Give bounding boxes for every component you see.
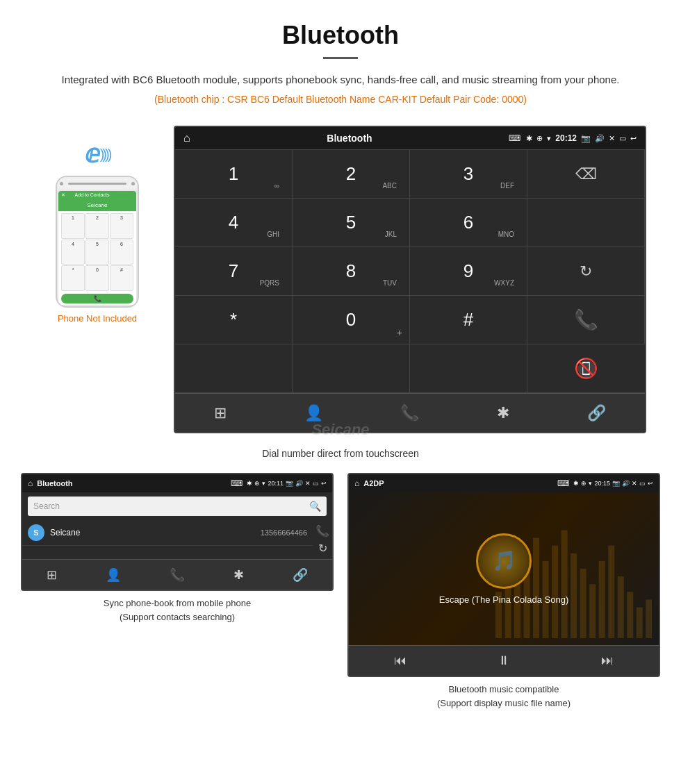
pb-search-icon[interactable]: 🔍 bbox=[309, 501, 321, 512]
close-icon[interactable]: ✕ bbox=[609, 134, 615, 143]
dial-empty-1 bbox=[527, 199, 645, 247]
pb-nav-link[interactable]: 🔗 bbox=[293, 567, 308, 583]
dial-empty-2 bbox=[175, 344, 293, 393]
music-card: ⌂ A2DP ⌨ ✱ ⊕ ▾ 20:15 📷 🔊 ✕ ▭ ↩ bbox=[347, 473, 660, 710]
pb-content: S Seicane 13566664466 📞 ↻ bbox=[22, 520, 332, 559]
phone-key-2: 2 bbox=[85, 213, 109, 239]
dial-key-star[interactable]: * bbox=[175, 296, 293, 344]
music-cam-icon: 📷 bbox=[612, 480, 620, 487]
usb-icon: ⌨ bbox=[509, 133, 520, 143]
phone-screen-header: ✕ Add to Contacts MORE bbox=[58, 191, 136, 199]
pb-nav-phone[interactable]: 📞 bbox=[170, 567, 185, 583]
dial-key-2[interactable]: 2ABC bbox=[293, 150, 410, 199]
dial-empty-3 bbox=[293, 344, 410, 393]
pb-nav-grid[interactable]: ⊞ bbox=[47, 567, 57, 583]
dial-key-hash[interactable]: # bbox=[410, 296, 527, 344]
music-win-icon[interactable]: ▭ bbox=[639, 480, 646, 487]
pb-nav-contacts[interactable]: 👤 bbox=[106, 567, 121, 583]
back-icon[interactable]: ↩ bbox=[630, 134, 637, 143]
pb-usb-icon: ⌨ bbox=[231, 478, 243, 488]
phone-key-7: * bbox=[61, 265, 85, 291]
wifi-status-icon: ▾ bbox=[547, 134, 551, 143]
nav-phone-icon[interactable]: 📞 bbox=[389, 399, 430, 428]
prev-button[interactable]: ⏮ bbox=[394, 653, 407, 668]
dial-key-4[interactable]: 4GHI bbox=[175, 199, 293, 247]
pb-bottom-nav: ⊞ 👤 📞 ✱ 🔗 bbox=[22, 559, 332, 590]
music-close-icon[interactable]: ✕ bbox=[632, 480, 637, 487]
dial-hangup-button[interactable]: 📵 bbox=[527, 344, 645, 393]
pb-back-icon[interactable]: ↩ bbox=[321, 480, 327, 487]
dial-refresh-button[interactable]: ↻ bbox=[527, 247, 645, 296]
dial-key-5[interactable]: 5JKL bbox=[293, 199, 410, 247]
page-description: Integrated with BC6 Bluetooth module, su… bbox=[14, 72, 667, 88]
car-screen-dial: ⌂ Bluetooth ⌨ ✱ ⊕ ▾ 20:12 📷 🔊 ✕ ▭ ↩ 1∞ 2… bbox=[174, 126, 646, 433]
pb-win-icon[interactable]: ▭ bbox=[313, 480, 319, 487]
dial-key-0[interactable]: 0+ bbox=[293, 296, 410, 344]
pb-vol-icon: 🔊 bbox=[295, 480, 303, 487]
dial-key-6[interactable]: 6MNO bbox=[410, 199, 527, 247]
phonebook-screen: ⌂ Bluetooth ⌨ ✱ ⊕ ▾ 20:11 📷 🔊 ✕ ▭ ↩ Sear… bbox=[21, 473, 334, 591]
pb-contacts-list: S Seicane 13566664466 bbox=[22, 520, 313, 559]
main-section: ⅇ )))) ✕ Add to Contacts MORE Seicane 1 bbox=[0, 126, 681, 433]
music-content-area: 🎵 Escape (The Pina Colada Song) bbox=[349, 492, 659, 645]
phone-not-included-label: Phone Not Included bbox=[58, 313, 137, 324]
wifi-waves-icon: )))) bbox=[100, 147, 110, 162]
phone-header-left: ✕ bbox=[61, 192, 65, 198]
phone-key-8: 0 bbox=[85, 265, 109, 291]
music-controls: ⏮ ⏸ ⏭ bbox=[349, 645, 659, 676]
dial-key-1[interactable]: 1∞ bbox=[175, 150, 293, 199]
music-home-icon[interactable]: ⌂ bbox=[354, 478, 359, 488]
dial-key-3[interactable]: 3DEF bbox=[410, 150, 527, 199]
pb-home-icon[interactable]: ⌂ bbox=[28, 478, 33, 488]
pb-loc-icon: ⊕ bbox=[254, 480, 260, 487]
music-title: A2DP bbox=[363, 479, 553, 487]
volume-icon: 🔊 bbox=[595, 134, 605, 143]
phone-key-3: 3 bbox=[110, 213, 133, 239]
music-loc-icon: ⊕ bbox=[581, 480, 586, 487]
phone-widget: ⅇ )))) ✕ Add to Contacts MORE Seicane 1 bbox=[35, 126, 160, 324]
phone-header-title: Add to Contacts bbox=[75, 192, 110, 198]
nav-link-icon[interactable]: 🔗 bbox=[576, 399, 617, 428]
pb-contact-row[interactable]: S Seicane 13566664466 bbox=[22, 520, 313, 546]
car-screen-title: Bluetooth bbox=[196, 133, 504, 144]
page-header: Bluetooth Integrated with BC6 Bluetooth … bbox=[0, 0, 681, 126]
svg-rect-12 bbox=[608, 546, 614, 638]
pb-search-placeholder: Search bbox=[33, 501, 306, 511]
nav-grid-icon[interactable]: ⊞ bbox=[203, 399, 238, 428]
svg-rect-11 bbox=[598, 561, 605, 638]
music-caption: Bluetooth music compatible(Support displ… bbox=[437, 683, 571, 710]
dial-key-7[interactable]: 7PQRS bbox=[175, 247, 293, 296]
dial-backspace-button[interactable]: ⌫ bbox=[527, 150, 645, 199]
dial-key-9[interactable]: 9WXYZ bbox=[410, 247, 527, 296]
bluetooth-status-icon: ✱ bbox=[526, 134, 532, 143]
play-pause-button[interactable]: ⏸ bbox=[498, 653, 510, 668]
nav-bluetooth-icon[interactable]: ✱ bbox=[486, 399, 520, 428]
phone-call-button[interactable]: 📞 bbox=[61, 294, 133, 303]
svg-rect-7 bbox=[561, 530, 567, 638]
window-icon[interactable]: ▭ bbox=[619, 134, 626, 143]
next-button[interactable]: ⏭ bbox=[601, 653, 614, 668]
pb-call-side-icon[interactable]: 📞 bbox=[315, 524, 329, 537]
pb-status-icons: ✱ ⊕ ▾ 20:11 📷 🔊 ✕ ▭ ↩ bbox=[247, 480, 327, 487]
title-divider bbox=[323, 57, 358, 59]
dial-call-button[interactable]: 📞 bbox=[527, 296, 645, 344]
bottom-section: ⌂ Bluetooth ⌨ ✱ ⊕ ▾ 20:11 📷 🔊 ✕ ▭ ↩ Sear… bbox=[0, 473, 681, 710]
svg-rect-8 bbox=[571, 553, 577, 638]
pb-close-icon[interactable]: ✕ bbox=[305, 480, 311, 487]
pb-search-bar[interactable]: Search 🔍 bbox=[28, 497, 327, 516]
pb-cam-icon: 📷 bbox=[286, 480, 293, 487]
home-icon[interactable]: ⌂ bbox=[183, 132, 190, 144]
dial-key-8[interactable]: 8TUV bbox=[293, 247, 410, 296]
music-back-icon[interactable]: ↩ bbox=[648, 480, 653, 487]
car-bottom-nav: ⊞ 👤 📞 ✱ 🔗 bbox=[175, 393, 645, 432]
nav-contacts-icon[interactable]: 👤 bbox=[293, 399, 334, 428]
pb-contact-avatar: S bbox=[28, 524, 44, 541]
phone-key-1: 1 bbox=[61, 213, 85, 239]
phone-key-9: # bbox=[110, 265, 133, 291]
pb-refresh-side-icon[interactable]: ↻ bbox=[318, 542, 327, 555]
music-bt-icon: ✱ bbox=[573, 480, 579, 487]
pb-contact-phone: 13566664466 bbox=[261, 528, 307, 537]
status-time: 20:12 bbox=[555, 133, 577, 143]
phone-image: ✕ Add to Contacts MORE Seicane 1 2 3 4 5… bbox=[56, 176, 139, 308]
pb-nav-bluetooth[interactable]: ✱ bbox=[233, 567, 244, 583]
